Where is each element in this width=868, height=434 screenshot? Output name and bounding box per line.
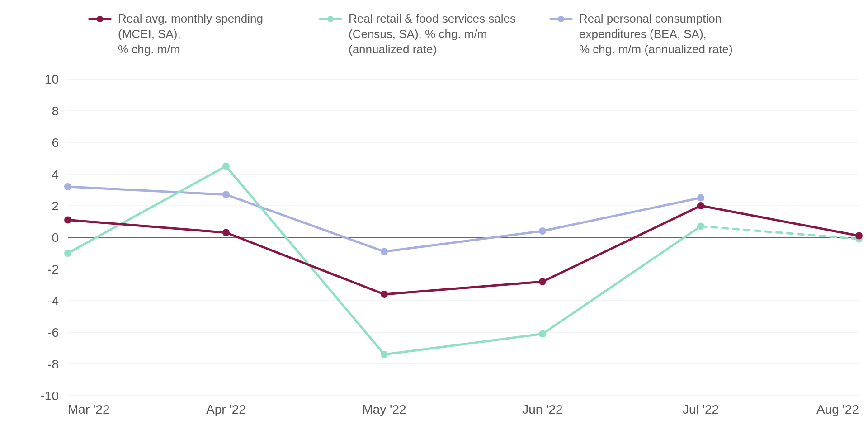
y-tick-label: 6 [52,136,59,150]
series-line [68,166,701,355]
data-point [64,250,71,257]
data-point [539,227,546,235]
data-point [697,223,704,230]
legend-label: Real retail & food services sales (Censu… [349,11,518,57]
legend-swatch-icon [319,16,342,22]
x-tick-label: Mar '22 [68,402,110,416]
chart-container: Real avg. monthly spending (MCEI, SA),% … [0,0,868,434]
y-tick-label: 4 [52,167,59,181]
data-point [855,232,863,240]
x-tick-label: Apr '22 [206,402,246,416]
data-point [222,191,230,198]
data-point [222,229,230,236]
y-tick-label: 10 [45,75,59,86]
data-point [64,217,71,224]
x-tick-label: Jun '22 [522,402,562,416]
legend: Real avg. monthly spending (MCEI, SA),% … [0,0,868,57]
legend-label: Real avg. monthly spending (MCEI, SA),% … [118,11,287,57]
y-tick-label: -8 [47,357,59,371]
data-point [64,183,71,190]
data-point [381,291,388,298]
data-point [539,330,546,338]
x-tick-label: Jul '22 [683,402,719,416]
series-line [68,206,859,294]
y-tick-label: 8 [52,104,59,118]
data-point [697,202,704,209]
legend-swatch-icon [549,16,573,22]
legend-swatch-icon [88,16,112,22]
x-tick-label: Aug '22 [816,402,859,416]
data-point [381,351,388,358]
data-point [697,194,704,202]
legend-item-mcei: Real avg. monthly spending (MCEI, SA),% … [88,11,287,57]
line-chart-svg: -10-8-6-4-20246810Mar '22Apr '22May '22J… [27,75,863,423]
y-tick-label: -10 [41,389,59,403]
y-tick-label: 0 [52,231,59,245]
y-tick-label: -4 [47,294,59,308]
plot-area: -10-8-6-4-20246810Mar '22Apr '22May '22J… [27,75,863,423]
data-point [381,248,388,255]
data-point [539,278,546,285]
x-tick-label: May '22 [362,402,406,416]
y-tick-label: 2 [52,199,59,213]
y-tick-label: -6 [47,326,59,340]
y-tick-label: -2 [47,262,59,276]
legend-label: Real personal consumption expenditures (… [579,11,748,57]
legend-item-bea: Real personal consumption expenditures (… [549,11,748,57]
legend-item-census: Real retail & food services sales (Censu… [319,11,518,57]
data-point [222,163,230,170]
series-line [68,187,701,252]
